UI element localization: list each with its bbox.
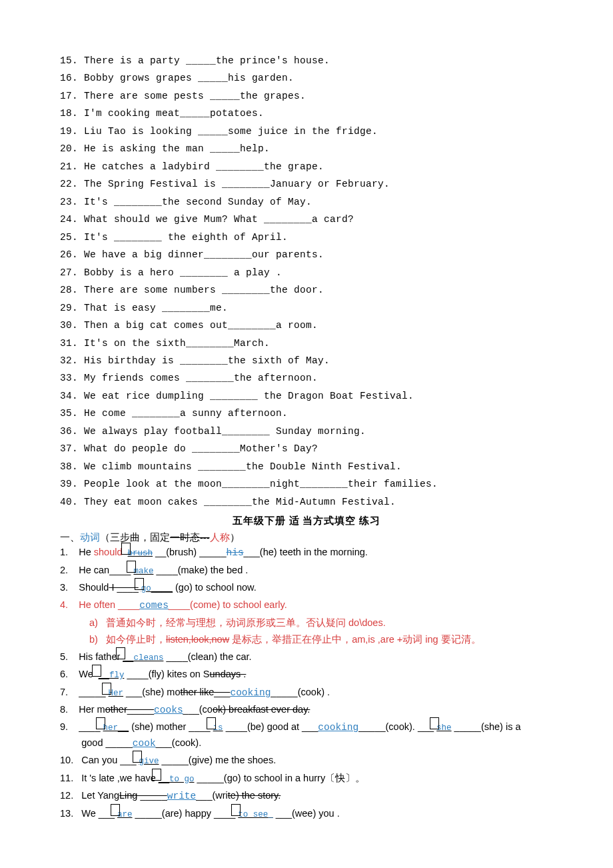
question-line: 33. My friends comes ________the afterno… xyxy=(60,371,553,385)
item-number: 12. xyxy=(60,790,73,801)
text: ____(fly) kites on S xyxy=(127,669,209,679)
text: ___(wri xyxy=(196,790,228,801)
question-line: 18. I'm cooking meat_____potatoes. xyxy=(60,106,553,121)
question-line: 24. What should we give Mum? What ______… xyxy=(60,212,553,227)
item-number: 6. xyxy=(60,669,68,679)
question-line: 23. It's ________the second Sunday of Ma… xyxy=(60,195,553,209)
question-line: 21. He catches a ladybird ________the gr… xyxy=(60,159,553,174)
list-item: 4. He often ____comes____(come) to schoo… xyxy=(60,597,553,613)
list-item: 9. ____her__(she) mother ____is____(be) … xyxy=(60,719,553,751)
question-line: 19. Liu Tao is looking _____some juice i… xyxy=(60,124,553,139)
question-line: 37. What do people do ________Mother's D… xyxy=(60,441,553,456)
text-strike: listen,look,now xyxy=(166,634,229,645)
list-item: 11. It 's late ,we have__to go_____(go) … xyxy=(60,771,553,786)
list-item: 8. Her mother_____cooks___(cook) breakfa… xyxy=(60,702,553,717)
answer: comes xyxy=(139,600,169,611)
text: It 's late ,we have xyxy=(81,773,156,783)
text-strike: undays . xyxy=(210,669,247,679)
sub-number: b) xyxy=(89,634,98,645)
list-item: 2. He can____make____(make) the bed . xyxy=(60,563,553,578)
list-item: 10. Can you ___give_____(give) me the sh… xyxy=(60,753,553,768)
answer: to see_ xyxy=(238,810,273,819)
question-line: 35. He come ________a sunny afternoon. xyxy=(60,406,553,421)
question-line: 16. Bobby grows grapes _____his garden. xyxy=(60,71,553,85)
text: _____(she) is a xyxy=(454,721,521,732)
answer-box: give xyxy=(137,753,162,768)
item-number: 9. xyxy=(60,721,68,732)
list-item: 6. We __fly____(fly) kites on Sundays . xyxy=(60,667,553,682)
answer-box: Her xyxy=(106,685,127,700)
text: He xyxy=(79,547,94,557)
text: Her m xyxy=(79,704,105,715)
item-number: 2. xyxy=(60,565,68,575)
answer: cooks xyxy=(154,705,183,715)
text: He often ____ xyxy=(79,599,139,610)
answer: she xyxy=(436,723,452,733)
head-strike: 一时态--- xyxy=(170,532,210,543)
answer: cook xyxy=(133,738,156,749)
answer: to go xyxy=(169,775,195,784)
item-number: 1. xyxy=(60,547,68,557)
question-line: 34. We eat rice dumpling ________ the Dr… xyxy=(60,389,553,403)
question-line: 25. It's ________ the eighth of April. xyxy=(60,230,553,245)
question-line: 36. We always play football________ Sund… xyxy=(60,424,553,439)
text: 是标志，举措正在停止中，am,is ,are +动词 ing 要记清。 xyxy=(229,634,481,645)
text: _____(are) happy ____ xyxy=(135,808,236,819)
question-line: 29. That is easy ________me. xyxy=(60,301,553,315)
question-line: 30. Then a big cat comes out________a ro… xyxy=(60,318,553,333)
answer-box: is xyxy=(211,719,226,735)
sub-number: a) xyxy=(89,617,98,628)
text: His father xyxy=(79,651,120,662)
list-item: 3. Should I ____go____(go) to school now… xyxy=(60,580,553,595)
answer-box: her__ xyxy=(100,719,131,735)
section-title: 五年级下册 适 当方式填空 练习 xyxy=(60,513,553,528)
text: (brush) _____ xyxy=(166,547,226,557)
text: He can____ xyxy=(79,565,131,575)
head-post: ） xyxy=(230,532,240,543)
sub-item: b) 如今停止时，listen,look,now 是标志，举措正在停止中，am,… xyxy=(60,632,553,647)
text-strike: other_____ xyxy=(105,704,154,715)
question-line: 31. It's on the sixth________March. xyxy=(60,336,553,351)
item-number: 11. xyxy=(60,773,73,783)
answer: cooking xyxy=(318,722,358,733)
question-line: 17. There are some pests _____the grapes… xyxy=(60,89,553,103)
text: (she) mother ____ xyxy=(131,721,210,732)
question-line: 39. People look at the moon________night… xyxy=(60,477,553,491)
head-pre: 一、 xyxy=(60,532,80,543)
answer: brush xyxy=(128,549,153,558)
text: _____(cook) . xyxy=(271,687,330,697)
answer: fly xyxy=(109,671,125,680)
text: Let Yang xyxy=(81,790,119,801)
head-mid: （三步曲，固定 xyxy=(100,532,170,543)
answer: are xyxy=(117,810,133,819)
head-verb: 动词 xyxy=(80,532,100,543)
answer-box: she xyxy=(434,719,454,735)
question-line: 26. We have a big dinner________our pare… xyxy=(60,247,553,262)
sub-item: a) 普通如今时，经常与理想，动词原形或三单。否认疑问 do\does. xyxy=(60,615,553,630)
text-strike: te) the story. xyxy=(228,790,281,801)
answer-box: to see_ xyxy=(235,806,276,821)
text: ___(cook). xyxy=(156,737,202,748)
text: We ___ xyxy=(81,808,115,819)
item-number: 7. xyxy=(60,687,68,697)
text: ___(wee) you . xyxy=(276,808,340,819)
text: (go) to school now. xyxy=(175,582,257,593)
text-red: should xyxy=(94,547,125,557)
answer: go xyxy=(141,584,151,593)
question-line: 40. They eat moon cakes ________the Mid-… xyxy=(60,495,553,509)
answer-box: brush xyxy=(125,545,156,560)
text: Can you ___ xyxy=(81,755,136,765)
question-line: 27. Bobby is a hero ________ a play . xyxy=(60,265,553,280)
answer: her xyxy=(103,723,118,733)
answer-box: make xyxy=(131,563,156,578)
text: _____(cook). ___ xyxy=(358,721,434,732)
text: 如今停止时， xyxy=(106,634,166,645)
question-line: 32. His birthday is ________the sixth of… xyxy=(60,353,553,368)
text-strike: ok) breakfast ever day. xyxy=(213,704,310,715)
list-item: 7. _____Her___(she) mother like___cookin… xyxy=(60,685,553,700)
answer: cooking xyxy=(230,687,271,698)
answer: give xyxy=(139,757,159,766)
text: ___(co xyxy=(183,704,213,715)
answer-box: are xyxy=(115,806,135,821)
text-strike: ther like___ xyxy=(180,687,230,697)
